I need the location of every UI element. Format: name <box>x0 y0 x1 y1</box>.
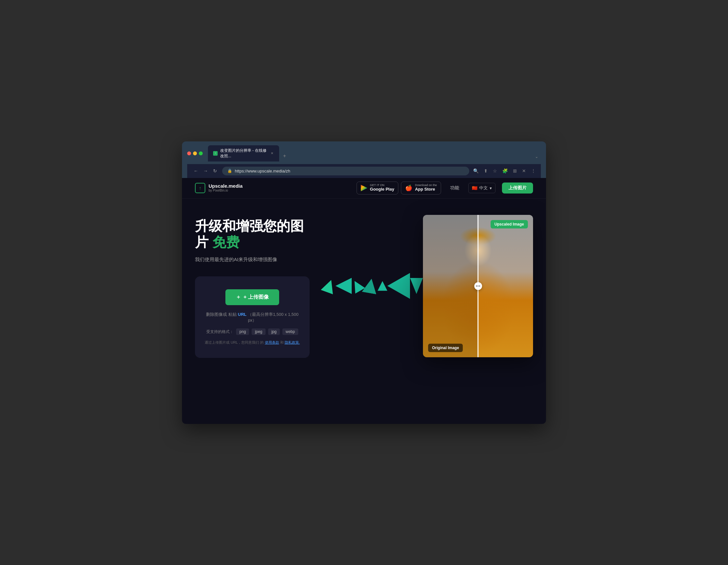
apple-icon: 🍎 <box>405 185 412 192</box>
terms-link[interactable]: 使用条款 <box>265 340 279 344</box>
logo-icon: ↑ <box>195 183 205 193</box>
format-jpg: jpg <box>268 328 280 335</box>
decorative-triangle-5 <box>378 281 387 291</box>
flag-icon: 🇨🇳 <box>472 186 477 191</box>
language-selector[interactable]: 🇨🇳 中文 ▾ <box>468 183 495 193</box>
maximize-traffic-light[interactable] <box>199 152 203 155</box>
decorative-triangle-1 <box>321 278 337 294</box>
profile-icon[interactable]: ✕ <box>522 168 526 174</box>
app-store-sub: Download on the <box>415 184 437 187</box>
url-text: https://www.upscale.media/zh <box>235 169 290 174</box>
logo-name: Upscale.media <box>209 184 243 188</box>
decorative-triangle-2 <box>336 278 352 294</box>
logo[interactable]: ↑ Upscale.media by PixelBin.io <box>195 183 243 193</box>
address-actions: 🔍 ⬆ ☆ 🧩 ⊞ ✕ ⋮ <box>473 168 536 174</box>
supported-formats: 受支持的格式： png jpeg jpg webp <box>205 328 300 335</box>
share-icon[interactable]: ⬆ <box>484 168 488 174</box>
original-label: Original Image <box>428 344 463 352</box>
terms-text: 通过上传图片或 URL，您同意我们 的 使用条款 和 隐私政策. <box>205 340 300 345</box>
tab-bar: ↑ 改变图片的分辨率 - 在线修改照... ✕ + ⌄ <box>208 145 541 162</box>
address-bar[interactable]: 🔒 https://www.upscale.media/zh <box>222 167 469 175</box>
tab-close-button[interactable]: ✕ <box>270 151 274 156</box>
tab-title: 改变图片的分辨率 - 在线修改照... <box>220 148 267 159</box>
hero-title-highlight: 免费 <box>212 235 240 250</box>
logo-sub: by PixelBin.io <box>209 188 243 193</box>
back-button[interactable]: ← <box>192 167 199 175</box>
traffic-lights <box>187 152 203 155</box>
google-play-icon <box>361 185 367 191</box>
site-header: ↑ Upscale.media by PixelBin.io GET IT ON… <box>182 178 546 199</box>
browser-addressbar: ← → ↻ 🔒 https://www.upscale.media/zh 🔍 ⬆… <box>187 164 541 178</box>
google-play-text: GET IT ON Google Play <box>370 184 394 192</box>
chevron-down-icon: ▾ <box>490 186 492 191</box>
reload-button[interactable]: ↻ <box>212 167 218 175</box>
photo-original-overlay <box>423 215 478 357</box>
google-play-name: Google Play <box>370 187 394 192</box>
minimize-traffic-light[interactable] <box>193 152 197 155</box>
image-comparison[interactable]: ⟺ Upscaled Image Original Image <box>423 215 533 357</box>
app-store-button[interactable]: 🍎 Download on the App Store <box>401 182 441 195</box>
forward-button[interactable]: → <box>202 167 209 175</box>
google-play-sub: GET IT ON <box>370 184 394 187</box>
format-png: png <box>236 328 249 335</box>
upload-main-button[interactable]: ＋ + 上传图像 <box>225 289 279 305</box>
active-tab[interactable]: ↑ 改变图片的分辨率 - 在线修改照... ✕ <box>208 145 279 162</box>
privacy-link[interactable]: 隐私政策. <box>285 340 300 344</box>
upload-hint: 删除图像或 粘贴 URL （最高分辨率1,500 x 1,500 px） <box>205 311 300 323</box>
sidebar-icon[interactable]: ⊞ <box>513 168 517 174</box>
decorative-triangle-6 <box>387 273 410 299</box>
close-traffic-light[interactable] <box>187 152 191 155</box>
search-icon[interactable]: 🔍 <box>473 168 479 174</box>
browser-titlebar: ↑ 改变图片的分辨率 - 在线修改照... ✕ + ⌄ ← → ↻ 🔒 http… <box>182 141 546 178</box>
lang-label: 中文 <box>479 185 488 191</box>
logo-text: Upscale.media by PixelBin.io <box>209 184 243 193</box>
upscaled-label: Upscaled Image <box>491 220 528 229</box>
header-upload-button[interactable]: 上传图片 <box>502 183 533 194</box>
new-tab-button[interactable]: + <box>280 151 289 162</box>
hero-title-main: 升级和增强您的图片 <box>195 219 304 250</box>
format-webp: webp <box>282 328 298 335</box>
hero-subtitle: 我们使用最先进的AI来升级和增强图像 <box>195 256 310 264</box>
store-buttons: GET IT ON Google Play 🍎 Download on the … <box>357 182 441 195</box>
hero-left: 升级和增强您的图片 免费 我们使用最先进的AI来升级和增强图像 ＋ + 上传图像… <box>195 212 310 358</box>
google-play-button[interactable]: GET IT ON Google Play <box>357 182 398 195</box>
plus-icon: ＋ <box>236 294 241 300</box>
formats-label: 受支持的格式： <box>206 329 233 334</box>
extensions-icon[interactable]: 🧩 <box>502 168 508 174</box>
format-jpeg: jpeg <box>252 328 266 335</box>
menu-icon[interactable]: ⋮ <box>531 168 536 174</box>
hero-right: ⟺ Upscaled Image Original Image <box>323 212 533 357</box>
upload-btn-label: + 上传图像 <box>244 294 269 300</box>
comparison-handle[interactable]: ⟺ <box>474 282 482 290</box>
comparison-divider[interactable]: ⟺ <box>478 215 479 357</box>
features-nav-link[interactable]: 功能 <box>448 184 462 192</box>
tab-more-button[interactable]: ⌄ <box>532 152 541 162</box>
decorative-triangle-4 <box>362 277 379 294</box>
app-store-text: Download on the App Store <box>415 184 437 192</box>
page-content: ↑ Upscale.media by PixelBin.io GET IT ON… <box>182 178 546 424</box>
browser-window: ↑ 改变图片的分辨率 - 在线修改照... ✕ + ⌄ ← → ↻ 🔒 http… <box>182 141 546 424</box>
browser-controls: ↑ 改变图片的分辨率 - 在线修改照... ✕ + ⌄ <box>187 145 541 162</box>
hero-section: 升级和增强您的图片 免费 我们使用最先进的AI来升级和增强图像 ＋ + 上传图像… <box>182 199 546 424</box>
bookmark-icon[interactable]: ☆ <box>493 168 497 174</box>
app-store-name: App Store <box>415 187 437 192</box>
decorative-triangle-7 <box>410 278 423 294</box>
nav-buttons: ← → ↻ <box>192 167 218 175</box>
upload-area: ＋ + 上传图像 删除图像或 粘贴 URL （最高分辨率1,500 x 1,50… <box>195 277 310 358</box>
url-link[interactable]: URL <box>238 312 247 317</box>
hero-title: 升级和增强您的图片 免费 <box>195 218 310 251</box>
lock-icon: 🔒 <box>227 169 232 173</box>
tab-favicon: ↑ <box>213 151 218 156</box>
